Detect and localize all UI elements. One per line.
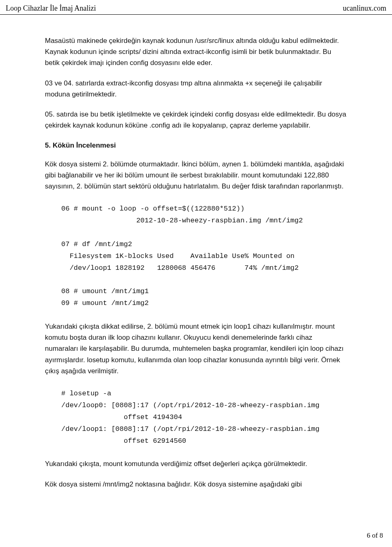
paragraph-1: Masaüstü makinede çekirdeğin kaynak kodu…: [45, 35, 347, 69]
header-site: ucanlinux.com: [343, 4, 386, 13]
code-block-2: # losetup -a /dev/loop0: [0808]:17 (/opt…: [45, 388, 347, 447]
page-header: Loop Cihazlar İle İmaj Analizi ucanlinux…: [0, 0, 392, 15]
page-indicator: 6 of 8: [367, 531, 383, 539]
page-container: Loop Cihazlar İle İmaj Analizi ucanlinux…: [0, 0, 392, 547]
header-title: Loop Cihazlar İle İmaj Analizi: [6, 4, 96, 13]
section-title: 5. Kökün İncelenmesi: [45, 140, 347, 151]
paragraph-5: Yukarıdaki çıkışta dikkat edilirse, 2. b…: [45, 321, 347, 377]
page-footer: 6 of 8: [367, 531, 383, 540]
code-block-1: 06 # mount -o loop -o offset=$((122880*5…: [45, 203, 347, 309]
paragraph-3: 05. satırda ise bu betik işletilmekte ve…: [45, 109, 347, 131]
paragraph-6: Yukarıdaki çıkışta, mount komutunda verd…: [45, 458, 347, 469]
paragraph-7: Kök dosya sistemi /mnt/img2 noktasına ba…: [45, 479, 347, 490]
paragraph-4: Kök dosya sistemi 2. bölümde oturmaktadı…: [45, 159, 347, 192]
page-content: Masaüstü makinede çekirdeğin kaynak kodu…: [0, 15, 392, 507]
paragraph-2: 03 ve 04. satırlarda extract-ikconfig do…: [45, 78, 347, 100]
